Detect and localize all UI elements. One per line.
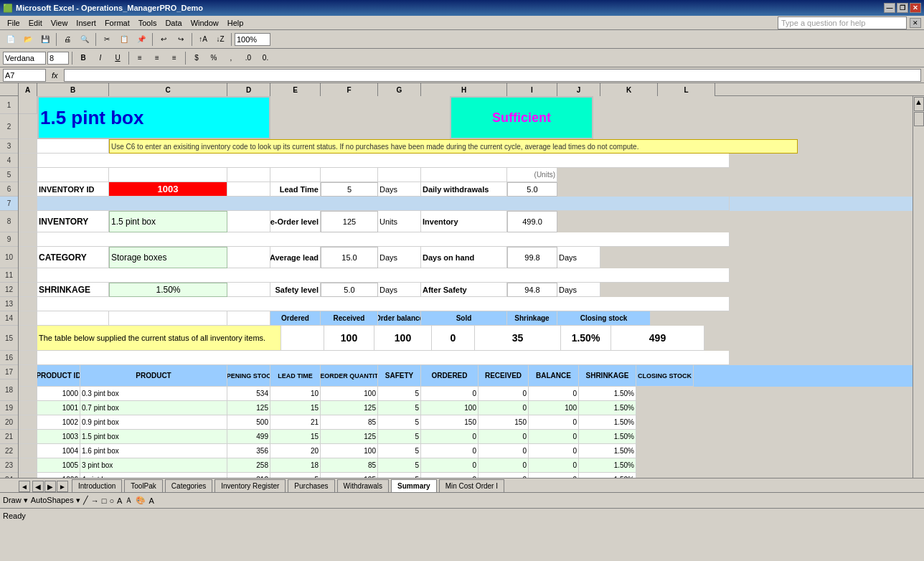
align-center-btn[interactable]: ≡ [149,50,165,66]
italic-btn[interactable]: I [93,50,108,66]
font-color-btn[interactable]: A [148,496,154,505]
textbox-tool[interactable]: A [117,496,122,505]
cell-d8[interactable] [227,211,270,232]
currency-btn[interactable]: $ [189,50,204,66]
cell-c5[interactable] [109,168,227,182]
inventory-id-value[interactable]: 1003 [109,182,227,197]
table-row[interactable]: 1001 0.7 pint box 125 15 125 5 100 0 100… [19,401,913,415]
vertical-scrollbar[interactable]: ▲ [913,96,924,478]
tab-introduction[interactable]: Introduction [72,479,122,492]
autoshapes-label[interactable]: AutoShapes ▾ [31,496,80,505]
reorder-value[interactable]: 125 [321,211,378,232]
print-btn[interactable]: 🖨 [60,32,75,47]
undo-btn[interactable]: ↩ [156,32,171,47]
table-row[interactable]: 1005 3 pint box 258 18 85 5 0 0 0 1.50% [19,458,913,473]
sort-desc-btn[interactable]: ↓Z [212,32,228,47]
col-c[interactable]: C [109,83,227,96]
table-row[interactable]: 1000 0.3 pint box 534 10 100 5 0 0 0 1.5… [19,387,913,401]
open-btn[interactable]: 📂 [20,32,36,47]
cell-a8[interactable] [19,211,37,232]
scroll-up-btn[interactable]: ▲ [914,97,924,111]
cell-a12[interactable] [19,283,37,297]
lead-time-value[interactable]: 5 [321,182,378,197]
table-row[interactable]: 1002 0.9 pint box 500 21 85 5 150 150 0 … [19,415,913,430]
tab-nav-first[interactable]: ◀ [32,481,44,492]
cell-a18[interactable] [19,365,37,387]
cell-a10[interactable] [19,247,37,268]
cell-d14[interactable] [227,311,270,326]
line-tool[interactable]: ╱ [83,496,88,505]
menu-help[interactable]: Help [223,18,248,28]
cell-a3[interactable] [19,139,37,154]
menu-format[interactable]: Format [100,18,134,28]
shrinkage-value[interactable]: 1.50% [109,283,227,297]
tab-inventory-register[interactable]: Inventory Register [214,479,286,492]
table-row[interactable]: 1006 4 pint box 312 5 125 5 0 0 0 1.50% [19,473,913,478]
formula-input[interactable] [64,69,921,82]
copy-btn[interactable]: 📋 [116,32,132,47]
tab-categories[interactable]: Categories [165,479,212,492]
cell-c14[interactable] [109,311,227,326]
fill-color-btn[interactable]: 🎨 [136,496,146,505]
cell-b17[interactable] [37,351,730,365]
col-a[interactable]: A [19,83,37,96]
close-x-btn[interactable]: ✕ [910,18,921,28]
col-b[interactable]: B [37,83,109,96]
cell-b4[interactable] [37,154,730,168]
preview-btn[interactable]: 🔍 [77,32,93,47]
cell-d12[interactable] [227,283,270,297]
underline-btn[interactable]: U [110,50,126,66]
font-name-box[interactable]: Verdana [3,52,46,65]
cell-b14[interactable] [37,311,109,326]
cell-f5[interactable] [321,168,378,182]
sort-asc-btn[interactable]: ↑A [195,32,211,47]
tab-withdrawals[interactable]: Withdrawals [337,479,389,492]
minimize-button[interactable]: — [884,3,895,13]
cell-selected[interactable] [37,197,730,211]
col-g[interactable]: G [378,83,421,96]
comma-btn[interactable]: , [223,50,239,66]
decrease-decimal-btn[interactable]: 0. [258,50,273,66]
cell-a2[interactable] [19,114,37,139]
tab-nav-next[interactable]: ▶ [44,481,56,492]
cell-g5[interactable] [378,168,421,182]
cell-h5[interactable] [421,168,507,182]
menu-data[interactable]: Data [161,18,186,28]
cell-a9[interactable] [19,232,37,247]
cell-b3[interactable] [37,139,109,154]
safety-level-value[interactable]: 5.0 [321,283,378,297]
cell-a15[interactable] [19,326,37,351]
cell-a11[interactable] [19,268,37,283]
tab-purchases[interactable]: Purchases [288,479,334,492]
menu-insert[interactable]: Insert [72,18,100,28]
cell-d10[interactable] [227,247,270,268]
cell-d15[interactable] [281,326,324,351]
col-f[interactable]: F [321,83,378,96]
cell-d5[interactable] [227,168,270,182]
cell-b11[interactable] [37,268,730,283]
table-row[interactable]: 1004 1.6 pint box 356 20 100 5 0 0 0 1.5… [19,444,913,458]
col-e[interactable]: E [270,83,321,96]
daily-wd-value[interactable]: 5.0 [507,182,557,197]
menu-file[interactable]: File [3,18,24,28]
tab-nav-last[interactable]: ► [57,481,68,492]
tab-summary[interactable]: Summary [391,479,437,492]
inventory-value[interactable]: 499.0 [507,211,557,232]
oval-tool[interactable]: ○ [109,496,114,505]
align-right-btn[interactable]: ≡ [166,50,182,66]
menu-window[interactable]: Window [187,18,223,28]
tab-min-cost[interactable]: Min Cost Order I [439,479,504,492]
tab-nav-prev[interactable]: ◄ [19,481,30,492]
zoom-box[interactable]: 100% [235,33,270,46]
col-d[interactable]: D [227,83,270,96]
col-l[interactable]: L [658,83,715,96]
redo-btn[interactable]: ↪ [173,32,189,47]
font-size-box[interactable]: 8 [47,52,69,65]
after-safety-value[interactable]: 94.8 [507,283,557,297]
col-k[interactable]: K [600,83,658,96]
cell-a4[interactable] [19,154,37,168]
cell-b9[interactable] [37,232,730,247]
avg-lead-value[interactable]: 15.0 [321,247,378,268]
category-value[interactable]: Storage boxes [109,247,227,268]
cell-b13[interactable] [37,297,730,311]
